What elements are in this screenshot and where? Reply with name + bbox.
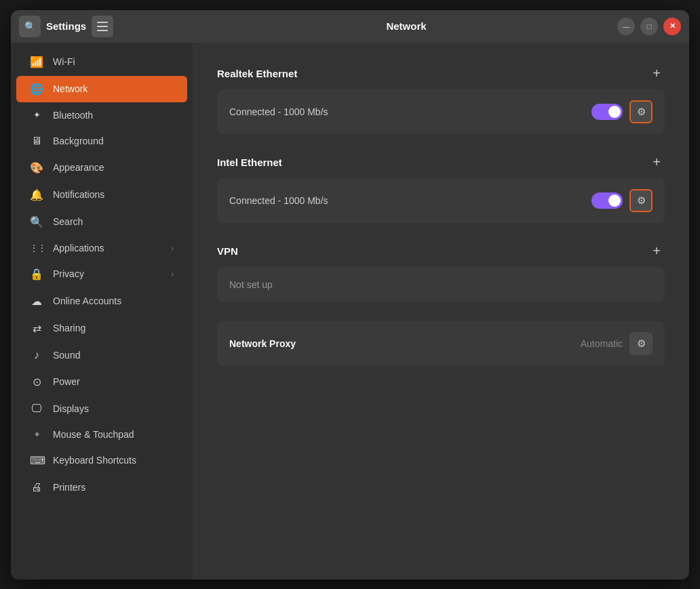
realtek-connection-row: Connected - 1000 Mb/s ⚙	[217, 89, 665, 134]
sidebar-label-privacy: Privacy	[53, 268, 84, 279]
vpn-status: Not set up	[229, 279, 273, 290]
titlebar-left: 🔍 Settings	[19, 16, 195, 37]
online-accounts-icon: ☁	[30, 295, 43, 308]
power-icon: ⊙	[30, 375, 43, 388]
displays-icon: 🖵	[30, 403, 43, 415]
proxy-label: Network Proxy	[229, 338, 581, 349]
sharing-icon: ⇄	[30, 322, 43, 335]
sidebar-label-bluetooth: Bluetooth	[53, 110, 93, 121]
realtek-title: Realtek Ethernet	[217, 68, 297, 79]
sidebar-label-online-accounts: Online Accounts	[53, 296, 121, 306]
vpn-card: Not set up	[217, 267, 665, 302]
bluetooth-icon: ✦	[30, 110, 43, 120]
sidebar-item-online-accounts[interactable]: ☁ Online Accounts	[16, 288, 187, 314]
realtek-header: Realtek Ethernet +	[217, 64, 665, 83]
intel-status: Connected - 1000 Mb/s	[229, 195, 591, 206]
sidebar-item-network[interactable]: 🌐 Network	[16, 76, 187, 102]
window-title-center: Network	[195, 20, 617, 32]
sidebar-item-notifications[interactable]: 🔔 Notifications	[16, 182, 187, 208]
sidebar-label-sharing: Sharing	[53, 323, 85, 333]
vpn-section: VPN + Not set up	[217, 242, 665, 302]
proxy-section: Network Proxy Automatic ⚙	[217, 321, 665, 366]
sidebar-item-mouse-touchpad[interactable]: ⌖ Mouse & Touchpad	[16, 422, 187, 447]
sidebar-label-search: Search	[53, 216, 83, 227]
menu-button[interactable]	[92, 16, 113, 37]
sidebar-item-background[interactable]: 🖥 Background	[16, 128, 187, 154]
close-button[interactable]: ✕	[663, 18, 681, 35]
sidebar-item-sound[interactable]: ♪ Sound	[16, 342, 187, 368]
sidebar-label-network: Network	[53, 83, 88, 94]
sidebar-item-printers[interactable]: 🖨 Printers	[16, 474, 187, 500]
proxy-value: Automatic	[581, 338, 623, 349]
sidebar-item-appearance[interactable]: 🎨 Appearance	[16, 155, 187, 181]
minimize-button[interactable]: —	[617, 18, 635, 35]
sidebar-item-keyboard-shortcuts[interactable]: ⌨ Keyboard Shortcuts	[16, 447, 187, 474]
realtek-add-button[interactable]: +	[648, 64, 665, 83]
settings-window: 🔍 Settings Network — □ ✕ 📶 Wi-Fi	[11, 10, 689, 580]
sidebar-label-power: Power	[53, 376, 80, 387]
app-title: Settings	[46, 20, 86, 32]
mouse-icon: ⌖	[30, 429, 43, 440]
network-icon: 🌐	[30, 83, 43, 96]
realtek-card: Connected - 1000 Mb/s ⚙	[217, 89, 665, 134]
window-controls: — □ ✕	[617, 18, 681, 35]
vpn-title: VPN	[217, 245, 238, 257]
hamburger-icon	[97, 22, 108, 31]
intel-card: Connected - 1000 Mb/s ⚙	[217, 178, 665, 223]
search-icon: 🔍	[24, 21, 36, 32]
main-content: Realtek Ethernet + Connected - 1000 Mb/s…	[193, 43, 689, 580]
sidebar-item-privacy[interactable]: 🔒 Privacy ›	[16, 261, 187, 287]
titlebar: 🔍 Settings Network — □ ✕	[11, 10, 689, 43]
sidebar-label-sound: Sound	[53, 350, 80, 361]
intel-header: Intel Ethernet +	[217, 153, 665, 171]
sidebar-item-applications[interactable]: ⋮⋮ Applications ›	[16, 236, 187, 260]
privacy-icon: 🔒	[30, 268, 43, 281]
notifications-icon: 🔔	[30, 188, 43, 201]
sidebar-item-power[interactable]: ⊙ Power	[16, 369, 187, 395]
window-title: Network	[386, 20, 426, 32]
sound-icon: ♪	[30, 349, 43, 361]
maximize-button[interactable]: □	[640, 18, 658, 35]
realtek-section: Realtek Ethernet + Connected - 1000 Mb/s…	[217, 64, 665, 134]
keyboard-icon: ⌨	[30, 454, 43, 467]
intel-connection-row: Connected - 1000 Mb/s ⚙	[217, 178, 665, 223]
sidebar: 📶 Wi-Fi 🌐 Network ✦ Bluetooth 🖥 Backgrou…	[11, 43, 193, 580]
intel-section: Intel Ethernet + Connected - 1000 Mb/s ⚙	[217, 153, 665, 223]
sidebar-item-sharing[interactable]: ⇄ Sharing	[16, 315, 187, 342]
realtek-status: Connected - 1000 Mb/s	[229, 106, 591, 117]
sidebar-item-displays[interactable]: 🖵 Displays	[16, 396, 187, 422]
sidebar-label-mouse-touchpad: Mouse & Touchpad	[53, 429, 134, 440]
printers-icon: 🖨	[30, 481, 43, 493]
vpn-add-button[interactable]: +	[648, 242, 665, 260]
sidebar-label-applications: Applications	[53, 243, 104, 253]
sidebar-item-bluetooth[interactable]: ✦ Bluetooth	[16, 103, 187, 127]
sidebar-label-printers: Printers	[53, 482, 85, 493]
appearance-icon: 🎨	[30, 161, 43, 174]
intel-toggle[interactable]	[591, 192, 623, 209]
wifi-icon: 📶	[30, 56, 43, 68]
proxy-settings-button[interactable]: ⚙	[629, 332, 653, 355]
sidebar-label-notifications: Notifications	[53, 189, 104, 200]
intel-add-button[interactable]: +	[648, 153, 665, 171]
vpn-header: VPN +	[217, 242, 665, 260]
search-icon: 🔍	[30, 216, 43, 228]
intel-settings-button[interactable]: ⚙	[629, 189, 653, 212]
sidebar-label-keyboard-shortcuts: Keyboard Shortcuts	[53, 455, 136, 466]
sidebar-item-search[interactable]: 🔍 Search	[16, 209, 187, 235]
chevron-right-icon: ›	[171, 244, 174, 252]
sidebar-item-wifi[interactable]: 📶 Wi-Fi	[16, 49, 187, 75]
search-icon-button[interactable]: 🔍	[19, 16, 41, 37]
sidebar-label-wifi: Wi-Fi	[53, 56, 75, 67]
realtek-settings-button[interactable]: ⚙	[629, 100, 653, 123]
content-area: 📶 Wi-Fi 🌐 Network ✦ Bluetooth 🖥 Backgrou…	[11, 43, 689, 580]
applications-icon: ⋮⋮	[30, 243, 43, 253]
sidebar-label-background: Background	[53, 136, 104, 146]
chevron-right-icon: ›	[171, 270, 174, 278]
sidebar-label-appearance: Appearance	[53, 162, 104, 173]
intel-title: Intel Ethernet	[217, 157, 282, 168]
sidebar-label-displays: Displays	[53, 403, 89, 414]
background-icon: 🖥	[30, 135, 43, 147]
realtek-toggle[interactable]	[591, 104, 623, 120]
proxy-card: Network Proxy Automatic ⚙	[217, 321, 665, 366]
